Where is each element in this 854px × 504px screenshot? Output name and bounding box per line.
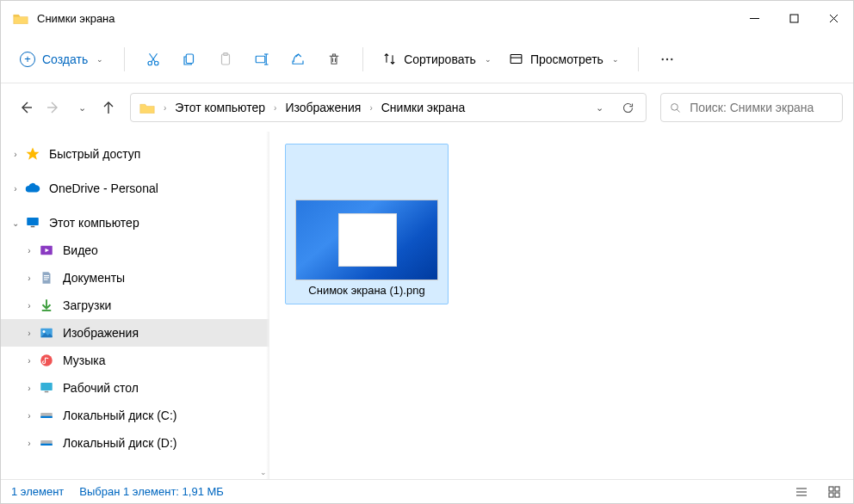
search-icon xyxy=(670,101,681,114)
breadcrumb[interactable]: Этот компьютер xyxy=(171,99,269,116)
sidebar-item-music[interactable]: ›Музыка xyxy=(1,347,269,374)
svg-point-36 xyxy=(40,354,53,366)
refresh-button[interactable] xyxy=(615,101,640,114)
svg-rect-27 xyxy=(27,218,39,225)
view-label: Просмотреть xyxy=(530,52,603,66)
close-button[interactable] xyxy=(814,1,853,35)
chevron-right-icon[interactable]: › xyxy=(368,103,374,113)
status-bar: 1 элемент Выбран 1 элемент: 1,91 МБ xyxy=(1,479,853,503)
status-selection: Выбран 1 элемент: 1,91 МБ xyxy=(79,485,224,498)
breadcrumb[interactable]: Снимки экрана xyxy=(378,99,468,116)
file-item[interactable]: Снимок экрана (1).png xyxy=(285,144,449,304)
search-input[interactable] xyxy=(690,101,833,114)
svg-rect-38 xyxy=(45,391,49,393)
sidebar-item-desktop[interactable]: ›Рабочий стол xyxy=(1,374,269,402)
image-icon xyxy=(39,325,54,341)
svg-rect-32 xyxy=(44,280,48,280)
more-button[interactable] xyxy=(651,43,684,76)
sidebar-item-disk-c[interactable]: ›Локальный диск (C:) xyxy=(1,402,269,429)
history-dropdown[interactable]: ⌄ xyxy=(585,102,611,114)
svg-rect-49 xyxy=(835,493,839,497)
sort-label: Сортировать xyxy=(404,52,476,66)
svg-line-26 xyxy=(677,109,679,112)
view-button[interactable]: Просмотреть ⌄ xyxy=(502,46,626,71)
sidebar-item-documents[interactable]: ›Документы xyxy=(1,264,269,292)
copy-button[interactable] xyxy=(173,43,206,76)
svg-rect-47 xyxy=(835,487,839,491)
back-button[interactable] xyxy=(18,100,34,115)
svg-rect-17 xyxy=(511,55,522,64)
chevron-right-icon[interactable]: › xyxy=(162,103,168,113)
share-button[interactable] xyxy=(282,43,314,76)
folder-icon xyxy=(13,12,28,24)
sidebar-item-disk-d[interactable]: ›Локальный диск (D:) xyxy=(1,429,269,457)
download-icon xyxy=(39,298,54,313)
maximize-button[interactable] xyxy=(774,1,814,35)
video-icon xyxy=(39,243,54,258)
svg-rect-8 xyxy=(186,54,193,64)
address-bar[interactable]: › Этот компьютер › Изображения › Снимки … xyxy=(130,93,647,122)
cut-button[interactable] xyxy=(137,43,170,76)
status-count: 1 элемент xyxy=(11,485,64,498)
sidebar-item-videos[interactable]: ›Видео xyxy=(1,237,269,264)
sidebar-item-quick-access[interactable]: ›Быстрый доступ xyxy=(1,140,269,168)
file-name: Снимок экрана (1).png xyxy=(289,282,444,300)
details-view-button[interactable] xyxy=(793,483,810,501)
paste-button[interactable] xyxy=(209,43,242,76)
sidebar-item-pictures[interactable]: ›Изображения xyxy=(1,319,269,347)
chevron-down-icon: ⌄ xyxy=(612,55,619,64)
chevron-right-icon[interactable]: › xyxy=(272,103,278,113)
music-icon xyxy=(39,353,54,368)
sidebar-item-this-pc[interactable]: ⌄Этот компьютер xyxy=(1,209,269,237)
rename-button[interactable] xyxy=(245,43,278,76)
sidebar-item-downloads[interactable]: ›Загрузки xyxy=(1,292,269,319)
toolbar: + Создать ⌄ Сортировать ⌄ Просмотреть ⌄ xyxy=(1,35,853,83)
view-icon xyxy=(509,52,523,66)
create-label: Создать xyxy=(42,52,88,66)
svg-rect-11 xyxy=(256,56,265,63)
svg-point-19 xyxy=(661,58,663,59)
chevron-down-icon: ⌄ xyxy=(96,55,103,64)
svg-rect-48 xyxy=(829,493,833,497)
svg-point-35 xyxy=(43,330,46,333)
scroll-down-button[interactable]: ⌄ xyxy=(257,464,269,479)
minimize-button[interactable] xyxy=(734,1,774,35)
forward-button[interactable] xyxy=(46,100,61,115)
svg-rect-30 xyxy=(44,275,49,276)
svg-point-25 xyxy=(671,103,678,110)
svg-rect-28 xyxy=(31,226,35,228)
svg-point-20 xyxy=(666,58,668,59)
file-view[interactable]: Снимок экрана (1).png xyxy=(269,132,853,479)
disk-icon xyxy=(39,435,54,451)
plus-icon: + xyxy=(20,52,35,67)
icons-view-button[interactable] xyxy=(826,483,843,501)
star-icon xyxy=(25,146,40,162)
svg-rect-40 xyxy=(40,416,53,418)
search-box[interactable] xyxy=(660,93,843,122)
recent-button[interactable]: ⌄ xyxy=(73,100,89,115)
svg-rect-1 xyxy=(790,15,798,22)
window-title: Снимки экрана xyxy=(37,12,734,25)
sidebar-item-onedrive[interactable]: ›OneDrive - Personal xyxy=(1,175,269,202)
svg-rect-31 xyxy=(44,277,49,278)
sort-icon xyxy=(382,52,397,66)
monitor-icon xyxy=(25,215,40,230)
svg-point-21 xyxy=(671,58,672,59)
delete-button[interactable] xyxy=(318,43,350,76)
file-thumbnail xyxy=(294,148,440,280)
disk-icon xyxy=(39,408,54,423)
cloud-icon xyxy=(25,181,40,196)
create-button[interactable]: + Создать ⌄ xyxy=(11,46,112,72)
chevron-down-icon: ⌄ xyxy=(485,55,492,64)
svg-rect-37 xyxy=(40,383,53,390)
nav-tree: ›Быстрый доступ ›OneDrive - Personal ⌄Эт… xyxy=(1,132,269,479)
folder-icon xyxy=(139,101,155,114)
breadcrumb[interactable]: Изображения xyxy=(282,99,364,116)
desktop-icon xyxy=(39,380,54,396)
svg-rect-42 xyxy=(40,444,53,446)
up-button[interactable] xyxy=(101,100,116,115)
document-icon xyxy=(39,270,54,286)
sort-button[interactable]: Сортировать ⌄ xyxy=(375,46,498,71)
svg-rect-46 xyxy=(829,487,833,491)
